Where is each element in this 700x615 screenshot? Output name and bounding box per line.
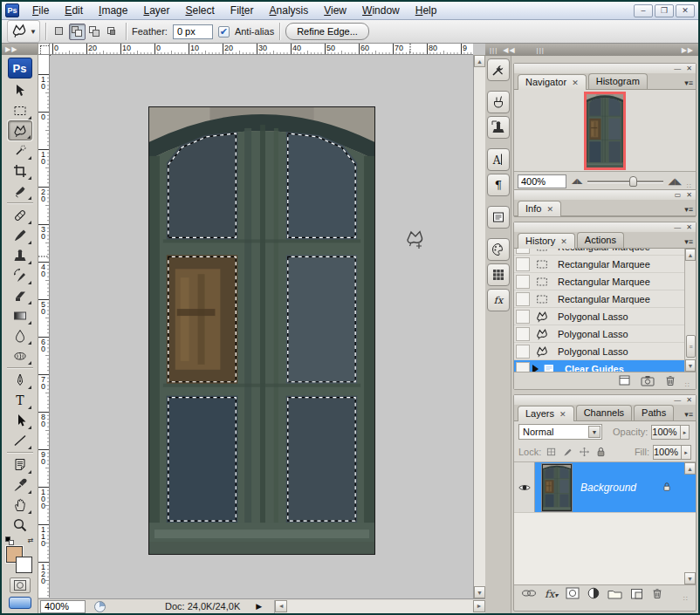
- feather-input[interactable]: [173, 24, 213, 39]
- crop-tool[interactable]: [8, 161, 32, 181]
- line-tool[interactable]: [8, 430, 32, 450]
- add-layer-mask-icon[interactable]: [566, 587, 580, 601]
- panel-button-layer-comps[interactable]: [487, 206, 510, 229]
- history-item[interactable]: Polygonal Lasso: [514, 308, 696, 325]
- navigator-view-box[interactable]: [584, 92, 626, 170]
- history-source-checkbox[interactable]: [516, 257, 530, 271]
- work-area[interactable]: [50, 55, 473, 598]
- history-source-checkbox[interactable]: [516, 249, 530, 254]
- history-source-checkbox[interactable]: [516, 292, 530, 306]
- pen-tool[interactable]: [8, 370, 32, 390]
- blend-mode-select[interactable]: Normal▼: [518, 424, 602, 440]
- panel-close-icon[interactable]: ✕: [686, 65, 692, 72]
- new-layer-icon[interactable]: [630, 588, 643, 601]
- menu-layer[interactable]: Layer: [135, 2, 177, 19]
- spinner-icon[interactable]: ▸: [680, 426, 690, 439]
- new-snapshot-icon[interactable]: [641, 374, 655, 388]
- link-layers-icon[interactable]: [521, 588, 537, 600]
- panel-minimize-icon[interactable]: —: [674, 224, 681, 231]
- tab-hist-actions[interactable]: Actions: [577, 232, 624, 248]
- history-item[interactable]: Rectangular Marquee: [514, 290, 696, 308]
- scrollbar-thumb[interactable]: ≡: [686, 335, 696, 358]
- menu-edit[interactable]: Edit: [57, 2, 91, 19]
- history-brush-tool[interactable]: [8, 265, 32, 285]
- panel-minimize-icon[interactable]: ▭: [675, 192, 682, 199]
- minimize-button[interactable]: –: [634, 4, 653, 17]
- fill-value[interactable]: 100%▸: [653, 445, 691, 460]
- panel-button-tool-presets[interactable]: [487, 58, 510, 81]
- history-item[interactable]: Clear Guides: [514, 360, 696, 372]
- zoom-out-icon[interactable]: ◢◣: [572, 177, 582, 185]
- background-color-swatch[interactable]: [16, 557, 32, 573]
- panel-resize-grip[interactable]: ∷: [683, 595, 689, 603]
- ruler-origin[interactable]: [38, 44, 50, 55]
- history-source-checkbox[interactable]: [516, 275, 530, 289]
- scroll-right-icon[interactable]: ►: [473, 600, 485, 612]
- quick-mask-button[interactable]: [10, 577, 31, 593]
- new-selection-button[interactable]: [51, 24, 68, 40]
- lock-position-icon[interactable]: [578, 445, 591, 459]
- close-button[interactable]: ✕: [676, 4, 695, 17]
- panel-menu-icon[interactable]: ▾≡: [684, 237, 693, 246]
- menu-image[interactable]: Image: [91, 2, 135, 19]
- layer-style-icon[interactable]: fx▾: [545, 588, 558, 600]
- history-item[interactable]: Polygonal Lasso: [514, 325, 696, 343]
- default-colors-icon[interactable]: [5, 536, 14, 545]
- scroll-up-icon[interactable]: ▲: [685, 249, 696, 261]
- scroll-left-icon[interactable]: ◄: [275, 600, 287, 612]
- history-item[interactable]: Polygonal Lasso: [514, 343, 696, 360]
- panel-button-brushes[interactable]: [487, 91, 510, 113]
- panel-button-color[interactable]: [487, 238, 510, 261]
- vertical-ruler[interactable]: 100102030405060708090100110120130: [38, 55, 50, 598]
- intersect-selection-button[interactable]: [104, 24, 120, 40]
- type-tool[interactable]: T: [8, 390, 32, 410]
- navigator-zoom-input[interactable]: [518, 174, 566, 188]
- notes-tool[interactable]: [8, 454, 32, 475]
- panel-close-icon[interactable]: ✕: [686, 397, 692, 404]
- panel-button-styles[interactable]: fx: [487, 289, 510, 311]
- panel-menu-icon[interactable]: ▾≡: [684, 79, 693, 87]
- anti-alias-checkbox[interactable]: ✔: [218, 26, 230, 38]
- panel-close-icon[interactable]: ✕: [686, 224, 692, 231]
- tab-layers-layers[interactable]: Layers ✕: [518, 406, 574, 421]
- history-scrollbar[interactable]: ▲≡▼: [684, 249, 696, 372]
- rectangular-marquee-tool[interactable]: [8, 100, 32, 120]
- screen-mode-button[interactable]: [9, 597, 31, 609]
- panel-minimize-icon[interactable]: —: [674, 65, 681, 72]
- add-to-selection-button[interactable]: [69, 24, 86, 40]
- quick-selection-tool[interactable]: [8, 140, 32, 161]
- layer-name[interactable]: Background: [580, 482, 661, 494]
- eyedropper-tool[interactable]: [8, 475, 32, 495]
- horizontal-ruler[interactable]: 02010010203040506070809: [50, 44, 473, 55]
- collapse-dock-icon[interactable]: ◀◀: [503, 46, 515, 54]
- tab-layers-channels[interactable]: Channels: [576, 405, 632, 420]
- lock-paint-icon[interactable]: [561, 445, 574, 459]
- subtract-from-selection-button[interactable]: [86, 24, 103, 40]
- panel-button-paragraph[interactable]: ¶: [487, 174, 510, 196]
- zoom-level-input[interactable]: [40, 600, 86, 613]
- adjustment-layer-icon[interactable]: [587, 587, 600, 601]
- tool-preset-picker[interactable]: ▼: [7, 20, 40, 43]
- history-source-checkbox[interactable]: [516, 310, 530, 324]
- panel-close-icon[interactable]: ✕: [686, 192, 692, 199]
- zoom-tool[interactable]: [8, 515, 32, 535]
- menu-help[interactable]: Help: [408, 2, 445, 19]
- vertical-scrollbar[interactable]: ▲ ▼: [473, 55, 485, 598]
- clone-stamp-tool[interactable]: [8, 245, 32, 265]
- sponge-tool[interactable]: [8, 345, 32, 366]
- zoom-in-icon[interactable]: ◢◣: [669, 176, 682, 186]
- navigator-zoom-slider[interactable]: [587, 175, 662, 188]
- refine-edge-button[interactable]: Refine Edge...: [285, 23, 369, 40]
- path-selection-tool[interactable]: [8, 410, 32, 430]
- tab-info-info[interactable]: Info ✕: [518, 201, 561, 216]
- dock-header[interactable]: ||| ◀◀ ||| ▶▶: [485, 44, 698, 56]
- menu-select[interactable]: Select: [177, 2, 222, 19]
- panel-menu-icon[interactable]: ▾≡: [684, 205, 693, 214]
- history-item[interactable]: Rectangular Marquee: [514, 256, 696, 273]
- history-item[interactable]: Rectangular Marquee: [514, 249, 696, 256]
- status-flyout-icon[interactable]: ▶: [256, 602, 262, 611]
- layer-thumbnail[interactable]: [542, 464, 572, 511]
- delete-state-icon[interactable]: [664, 374, 676, 388]
- scroll-down-icon[interactable]: ▼: [474, 586, 485, 598]
- swap-colors-icon[interactable]: ⇄: [28, 536, 34, 544]
